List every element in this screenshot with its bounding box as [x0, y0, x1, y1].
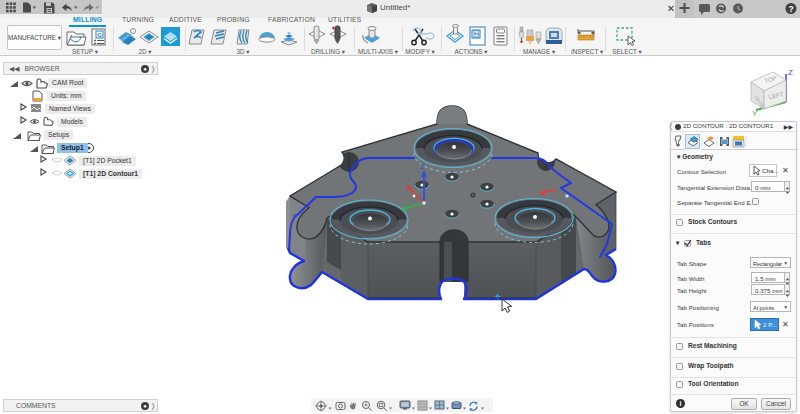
svg-text:Z: Z: [788, 68, 793, 77]
svg-text:Z: Z: [420, 162, 425, 171]
svg-text:G2: G2: [473, 34, 480, 39]
svg-text:?: ?: [788, 4, 793, 14]
svg-text:Y: Y: [752, 109, 758, 118]
